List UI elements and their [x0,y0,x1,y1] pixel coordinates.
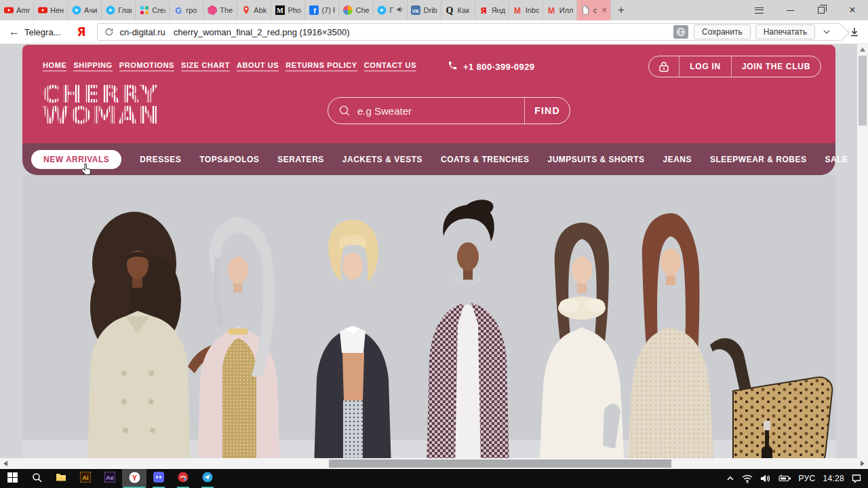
scroll-up-arrow[interactable] [860,48,865,52]
screen: AmrНенАчиГлавCreaGгроTheAbkMPhof(7) FChe… [0,0,868,488]
browser-tab[interactable]: Abk [237,0,271,20]
login-button[interactable]: LOG IN [679,56,731,77]
battery-icon[interactable] [778,474,791,483]
horizontal-scroll-thumb[interactable] [329,459,671,468]
browser-tab[interactable]: MPho [271,0,305,20]
tab-title: Как [458,6,471,14]
tab-close-icon[interactable]: × [602,6,607,14]
top-link[interactable]: ABOUT US [237,61,279,71]
browser-tab[interactable]: Ачи [68,0,102,20]
red-app-icon [178,472,189,485]
youtube-icon [37,5,47,16]
nav-item[interactable]: DRESSES [140,155,181,164]
illustrator-button[interactable]: Ai [73,469,98,488]
top-link[interactable]: HOME [43,61,66,71]
nav-item[interactable]: SALE [825,155,848,164]
vk-icon: VK [411,5,421,16]
browser-tab[interactable]: Нен [34,0,68,20]
top-link[interactable]: PROMOTIONS [119,61,174,71]
search-button[interactable] [24,469,49,488]
find-button[interactable]: FIND [524,98,570,124]
top-link[interactable]: RETURNS POLICY [285,61,357,71]
browser-tab[interactable]: Che [339,0,373,20]
restore-icon [818,7,825,14]
browser-tab[interactable]: QКак [441,0,475,20]
search-bar: e.g Sweater FIND [328,97,570,124]
volume-icon[interactable] [760,474,771,483]
tab-title: Илл [559,6,573,14]
nav-item-new-arrivals[interactable]: NEW ARRIVALS [31,150,121,169]
browser-tab[interactable]: Gгро [170,0,203,20]
nav-item[interactable]: JEANS [663,155,692,164]
logo-line-2: WOMAN [42,105,160,126]
telegram-button[interactable] [195,469,220,488]
nav-item[interactable]: SERATERS [277,155,323,164]
chevron-down-icon[interactable] [823,29,831,35]
window-controls: × [743,0,868,20]
nav-item[interactable]: JACKETS & VESTS [342,155,422,164]
join-club-button[interactable]: JOIN THE CLUB [731,56,821,77]
language-indicator[interactable]: РУС [799,474,816,483]
svg-text:G: G [175,6,182,16]
nav-item[interactable]: SLEEPWEAR & ROBES [710,155,807,164]
print-page-button[interactable]: Напечатать [755,24,815,39]
tab-audio-icon[interactable] [397,6,403,14]
browser-menu-button[interactable] [743,0,774,20]
save-page-button[interactable]: Сохранить [694,24,751,39]
browser-tab[interactable]: c× [577,0,611,20]
account-icon-button[interactable] [649,56,679,77]
browser-tab[interactable]: ЯЯнд [475,0,509,20]
globe-icon[interactable] [673,25,688,39]
start-button[interactable] [0,469,24,488]
red-app-button[interactable] [171,469,195,488]
nav-item[interactable]: JUMPSUITS & SHORTS [547,155,644,164]
taskbar-apps: AiAeY [0,469,220,488]
tab-title: Drib [424,6,437,14]
wifi-icon[interactable] [742,474,753,483]
scroll-left-arrow[interactable] [3,461,7,466]
clock[interactable]: 14:28 [823,474,844,483]
download-icon[interactable] [849,26,860,40]
close-window-button[interactable]: × [837,0,868,20]
browser-tab[interactable]: VKDrib [408,0,441,20]
svg-text:f: f [313,7,316,15]
yandex-logo-icon[interactable]: Я [77,25,85,39]
restore-button[interactable] [806,0,837,20]
refresh-icon[interactable] [104,27,114,37]
url-box[interactable]: cn-digital.ru cherry_woman_final_2_red.p… [97,23,841,41]
nav-item[interactable]: COATS & TRENCHES [441,155,529,164]
scroll-right-arrow[interactable] [861,461,865,466]
discord-icon [153,472,164,485]
tab-title: Янд [492,6,505,14]
browser-tab[interactable]: Глав [102,0,136,20]
top-link[interactable]: SHIPPING [73,61,112,71]
play-icon [377,5,387,16]
browser-tab[interactable]: The [203,0,237,20]
browser-tab[interactable]: MИлл [543,0,577,20]
yandex-browser-button[interactable]: Y [122,469,146,488]
tab-title: гро [186,6,199,14]
browser-tab[interactable]: MInbo [509,0,543,20]
browser-tab[interactable]: Г [374,0,408,20]
explorer-button[interactable] [49,469,73,488]
new-tab-button[interactable]: + [611,0,631,20]
minimize-button[interactable] [774,0,806,20]
search-input[interactable]: e.g Sweater [357,105,412,117]
back-button[interactable]: ← Telegra... [9,26,60,38]
browser-tab[interactable]: Amr [0,0,34,20]
after-effects-button[interactable]: Ae [98,469,122,488]
nav-item[interactable]: TOPS&POLOS [199,155,259,164]
tab-title: (7) F [321,6,335,14]
tab-title: c [593,6,599,14]
discord-button[interactable] [146,469,171,488]
vertical-scroll-thumb[interactable] [859,56,867,126]
tray-expand-icon[interactable] [726,474,734,483]
browser-tab[interactable]: f(7) F [305,0,339,20]
top-link[interactable]: SIZE CHART [181,61,230,71]
top-link[interactable]: CONTACT US [364,61,416,71]
action-center-icon[interactable] [852,474,861,483]
vertical-scrollbar[interactable] [857,44,868,458]
site-logo[interactable]: CHERRY WOMAN [42,83,160,126]
browser-tab[interactable]: Crea [136,0,170,20]
horizontal-scrollbar[interactable] [0,458,868,469]
